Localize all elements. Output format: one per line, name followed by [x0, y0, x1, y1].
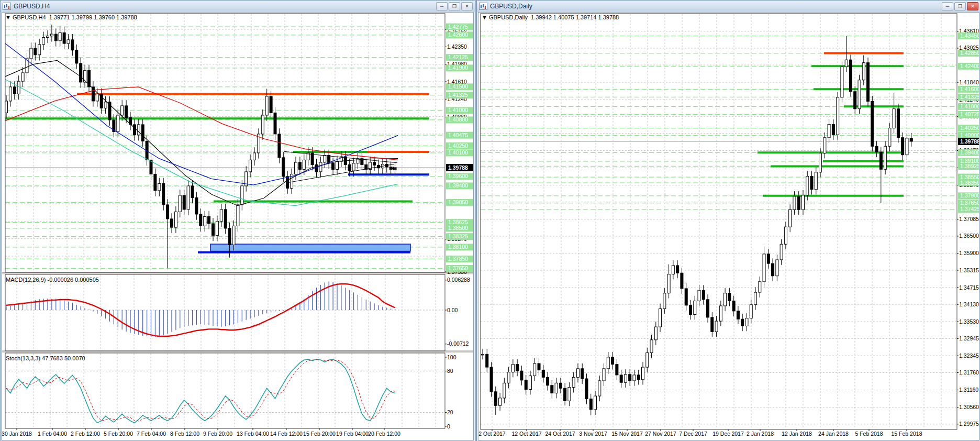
svg-text:1.37425: 1.37425 [960, 206, 979, 212]
levels-layer [5, 27, 445, 268]
svg-text:1.35900: 1.35900 [959, 250, 979, 256]
svg-text:1.39400: 1.39400 [448, 182, 468, 189]
svg-text:1.40250: 1.40250 [960, 125, 979, 131]
svg-text:1.38350: 1.38350 [960, 180, 979, 186]
time-axis: 2 Oct 201712 Oct 201724 Oct 20173 Nov 20… [478, 429, 922, 437]
svg-text:1.39788: 1.39788 [960, 138, 979, 145]
chart-area[interactable]: ▼ GBPUSD,H4 1.39771 1.39799 1.39760 1.39… [2, 12, 474, 440]
svg-text:1.41000: 1.41000 [448, 107, 468, 113]
svg-text:14 Feb 12:00: 14 Feb 12:00 [270, 431, 303, 437]
svg-text:1.31160: 1.31160 [959, 387, 978, 393]
svg-text:0: 0 [447, 423, 450, 429]
chart-window-gbpusd-daily: GBPUSD,Daily ─ ❐ ✕ ▼ GBPUSD,Daily 1.3994… [476, 0, 980, 441]
svg-text:19 Feb 04:00: 19 Feb 04:00 [336, 431, 369, 437]
svg-text:-0.00712: -0.00712 [447, 340, 469, 347]
svg-text:1.32945: 1.32945 [959, 335, 979, 341]
svg-text:1.39400: 1.39400 [960, 149, 979, 156]
svg-text:0.00: 0.00 [447, 307, 458, 313]
svg-text:1.41600: 1.41600 [960, 86, 979, 92]
svg-text:1.40800: 1.40800 [448, 116, 468, 123]
svg-text:20: 20 [447, 409, 453, 415]
svg-text:1.42850: 1.42850 [960, 50, 979, 56]
svg-text:1.38100: 1.38100 [448, 244, 468, 250]
indicator-stoch: 10080200 [5, 354, 456, 429]
restore-button[interactable]: ❐ [449, 2, 460, 10]
svg-text:1.38500: 1.38500 [448, 225, 468, 231]
minimize-button[interactable]: ─ [942, 2, 953, 10]
svg-text:15 Nov 2017: 15 Nov 2017 [611, 431, 643, 437]
svg-text:1.36500: 1.36500 [959, 233, 979, 239]
svg-text:1.38625: 1.38625 [448, 219, 468, 225]
svg-text:1.34130: 1.34130 [959, 301, 979, 307]
svg-text:24 Jan 2018: 24 Jan 2018 [818, 431, 849, 437]
svg-text:1.39600: 1.39600 [448, 173, 468, 179]
svg-text:1.32345: 1.32345 [959, 352, 979, 359]
svg-text:19 Dec 2017: 19 Dec 2017 [712, 431, 744, 437]
svg-text:2 Feb 12:00: 2 Feb 12:00 [71, 431, 100, 437]
svg-text:1.42350: 1.42350 [447, 43, 467, 50]
indicator-macd: 0.0062880.00-0.00712 [5, 277, 470, 347]
chart-area[interactable]: ▼ GBPUSD,Daily 1.39942 1.40075 1.39714 1… [478, 12, 979, 440]
svg-text:1.30560: 1.30560 [959, 404, 979, 410]
candles-layer [5, 25, 397, 268]
svg-text:0.006288: 0.006288 [447, 277, 470, 283]
svg-text:1.42400: 1.42400 [960, 63, 979, 69]
window-title: GBPUSD,Daily [490, 3, 532, 10]
svg-text:1.34715: 1.34715 [959, 284, 979, 291]
restore-button[interactable]: ❐ [954, 2, 966, 10]
svg-text:2 Oct 2017: 2 Oct 2017 [478, 431, 506, 437]
svg-text:27 Nov 2017: 27 Nov 2017 [645, 431, 676, 437]
svg-text:1.38925: 1.38925 [960, 163, 979, 169]
svg-text:1.40475: 1.40475 [448, 132, 468, 138]
stoch-indicator-label: Stoch(13,3,3) 47.7683 50.0070 [6, 355, 85, 361]
close-button[interactable]: ✕ [967, 2, 978, 10]
close-button[interactable]: ✕ [461, 2, 473, 10]
svg-text:1.40250: 1.40250 [448, 142, 468, 149]
svg-text:1.41900: 1.41900 [448, 64, 468, 71]
svg-text:2 Jan 2018: 2 Jan 2018 [747, 431, 774, 437]
svg-text:1.38325: 1.38325 [448, 233, 468, 239]
price-axis: 1.436101.430251.418401.412401.406551.394… [957, 28, 979, 427]
window-titlebar[interactable]: GBPUSD,H4 ─ ❐ ✕ [1, 1, 475, 12]
window-title: GBPUSD,H4 [14, 3, 50, 10]
svg-text:1.40000: 1.40000 [960, 132, 979, 138]
svg-text:1.40725: 1.40725 [960, 111, 979, 117]
svg-text:15 Feb 2018: 15 Feb 2018 [892, 431, 922, 437]
svg-text:9 Feb 20:00: 9 Feb 20:00 [203, 431, 232, 437]
svg-text:1 Feb 04:00: 1 Feb 04:00 [38, 431, 67, 437]
mt4-workspace: GBPUSD,H4 ─ ❐ ✕ ▼ GBPUSD,H4 1.39771 1.39… [0, 0, 980, 441]
svg-text:13 Feb 04:00: 13 Feb 04:00 [237, 431, 269, 437]
chart-ohlc-header: ▼ GBPUSD,H4 1.39771 1.39799 1.39760 1.39… [5, 14, 137, 20]
window-titlebar[interactable]: GBPUSD,Daily ─ ❐ ✕ [477, 1, 980, 12]
svg-text:12 Jan 2018: 12 Jan 2018 [782, 431, 812, 437]
macd-indicator-label: MACD(12,26,9) -0.000026 0.000505 [6, 277, 99, 283]
svg-text:3 Nov 2017: 3 Nov 2017 [579, 431, 607, 437]
svg-text:7 Feb 04:00: 7 Feb 04:00 [137, 431, 166, 437]
svg-text:1.29975: 1.29975 [959, 421, 979, 427]
candlestick-chart-svg: 0.0062880.00-0.00712100802001.427201.423… [2, 13, 474, 440]
svg-text:8 Feb 12:00: 8 Feb 12:00 [170, 431, 199, 437]
grid-layer [481, 14, 957, 429]
svg-text:30 Jan 2018: 30 Jan 2018 [2, 431, 32, 437]
svg-text:1.37650: 1.37650 [960, 200, 979, 206]
svg-text:1.43450: 1.43450 [960, 32, 979, 39]
candlestick-chart-svg: 1.436101.430251.418401.412401.406551.394… [478, 13, 979, 440]
svg-text:24 Oct 2017: 24 Oct 2017 [545, 431, 575, 437]
levels-layer [481, 36, 957, 210]
svg-text:1.41840: 1.41840 [959, 79, 979, 85]
svg-text:1.37650: 1.37650 [448, 265, 468, 271]
svg-text:100: 100 [447, 354, 456, 360]
chart-window-icon [479, 3, 487, 10]
chart-window-gbpusd-h4: GBPUSD,H4 ─ ❐ ✕ ▼ GBPUSD,H4 1.39771 1.39… [0, 0, 475, 441]
svg-text:20 Feb 12:00: 20 Feb 12:00 [368, 431, 400, 437]
svg-text:1.42600: 1.42600 [448, 31, 468, 38]
time-axis: 30 Jan 20181 Feb 04:002 Feb 12:005 Feb 2… [2, 428, 400, 437]
svg-text:1.40100: 1.40100 [448, 149, 468, 156]
svg-text:15 Feb 20:00: 15 Feb 20:00 [303, 431, 336, 437]
svg-text:1.41000: 1.41000 [960, 103, 979, 109]
svg-text:1.41500: 1.41500 [448, 83, 468, 90]
svg-text:1.35315: 1.35315 [959, 267, 979, 273]
chart-window-icon [3, 3, 11, 10]
minimize-button[interactable]: ─ [436, 2, 448, 10]
price-axis: 1.427201.423501.419801.416101.412401.408… [445, 24, 473, 275]
